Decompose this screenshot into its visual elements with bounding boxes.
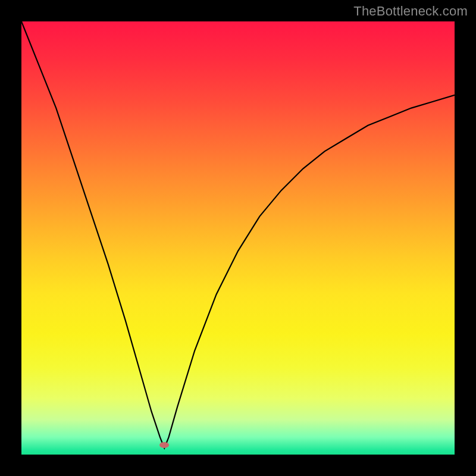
minimum-marker [159,442,169,448]
chart-container: TheBottleneck.com [0,0,476,476]
bottleneck-curve [21,21,455,455]
watermark-text: TheBottleneck.com [353,4,468,19]
plot-area [21,21,455,455]
